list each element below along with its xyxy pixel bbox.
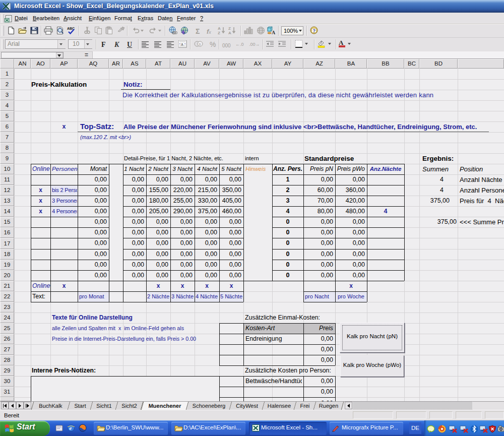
svg-text:a: a <box>181 42 183 46</box>
svg-text:Z: Z <box>228 26 231 31</box>
svg-text:s: s <box>199 42 201 46</box>
svg-text:Z: Z <box>218 31 220 35</box>
svg-text:?: ? <box>313 28 316 33</box>
svg-text:A: A <box>228 31 231 35</box>
svg-text:A: A <box>218 26 221 31</box>
svg-text:A: A <box>272 30 276 35</box>
